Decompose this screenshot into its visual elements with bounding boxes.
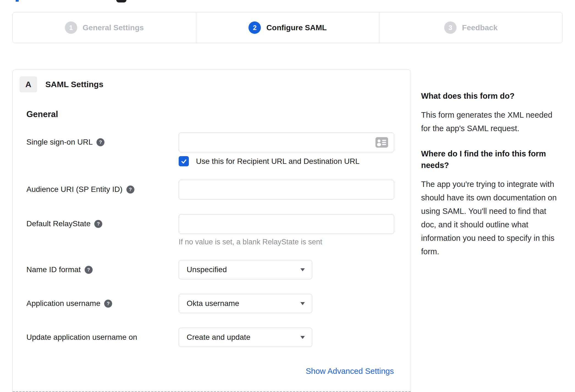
step-general-settings[interactable]: 1 General Settings	[13, 12, 196, 43]
help-icon[interactable]: ?	[126, 186, 134, 194]
step-feedback[interactable]: 3 Feedback	[379, 12, 562, 43]
recipient-destination-checkbox-label: Use this for Recipient URL and Destinati…	[196, 157, 360, 166]
saml-settings-panel: A SAML Settings General Single sign-on U…	[12, 70, 411, 392]
cropped-header-artifact-dark	[116, 0, 126, 2]
audience-uri-input[interactable]	[179, 180, 394, 200]
help-icon[interactable]: ?	[85, 266, 93, 274]
sidebar-body-where: The app you're trying to integrate with …	[421, 178, 563, 258]
panel-title: SAML Settings	[45, 80, 103, 89]
general-section-title: General	[26, 109, 411, 119]
advanced-settings-row: Show Advanced Settings	[13, 367, 411, 376]
audience-uri-label: Audience URI (SP Entity ID) ?	[26, 180, 179, 200]
default-relaystate-label: Default RelayState ?	[26, 214, 179, 246]
step-label: Feedback	[462, 23, 497, 32]
help-icon[interactable]: ?	[94, 220, 102, 228]
saml-general-form: Single sign-on URL ?	[13, 132, 411, 347]
cropped-header-artifact-blue	[16, 0, 19, 2]
section-a-badge: A	[20, 76, 37, 92]
show-advanced-settings-link[interactable]: Show Advanced Settings	[306, 367, 394, 376]
step-label: Configure SAML	[266, 23, 327, 32]
recipient-destination-checkbox[interactable]	[179, 156, 189, 166]
name-id-format-label: Name ID format ?	[26, 260, 179, 279]
help-icon[interactable]: ?	[104, 300, 112, 308]
contact-card-icon	[375, 137, 388, 148]
help-icon[interactable]: ?	[96, 138, 104, 146]
chevron-down-icon	[300, 268, 305, 271]
step-label: General Settings	[83, 23, 144, 32]
row-update-application-username: Update application username on Create an…	[13, 328, 411, 347]
single-sign-on-url-label: Single sign-on URL ?	[26, 132, 179, 166]
row-application-username: Application username ? Okta username	[13, 294, 411, 313]
sidebar-heading-what: What does this form do?	[421, 90, 563, 102]
default-relaystate-input[interactable]	[179, 214, 394, 234]
wizard-stepper: 1 General Settings 2 Configure SAML 3 Fe…	[12, 12, 563, 43]
update-application-username-select[interactable]: Create and update	[179, 328, 312, 347]
panel-header: A SAML Settings	[20, 76, 411, 92]
row-default-relaystate: Default RelayState ? If no value is set,…	[13, 214, 411, 246]
application-username-select[interactable]: Okta username	[179, 294, 312, 313]
step-number-badge: 2	[248, 21, 261, 34]
row-name-id-format: Name ID format ? Unspecified	[13, 260, 411, 279]
step-configure-saml[interactable]: 2 Configure SAML	[196, 12, 379, 43]
chevron-down-icon	[300, 336, 305, 339]
chevron-down-icon	[300, 302, 305, 305]
single-sign-on-url-input[interactable]	[179, 132, 394, 152]
application-username-label: Application username ?	[26, 294, 179, 313]
row-single-sign-on-url: Single sign-on URL ?	[13, 132, 411, 166]
name-id-format-select[interactable]: Unspecified	[179, 260, 312, 279]
help-sidebar: What does this form do? This form genera…	[421, 90, 563, 271]
sidebar-heading-where: Where do I find the info this form needs…	[421, 148, 563, 171]
update-application-username-label: Update application username on	[26, 328, 179, 347]
checkmark-icon	[181, 158, 187, 165]
row-audience-uri: Audience URI (SP Entity ID) ?	[13, 180, 411, 200]
relaystate-hint: If no value is set, a blank RelayState i…	[179, 238, 411, 246]
step-number-badge: 3	[444, 21, 457, 34]
sidebar-body-what: This form generates the XML needed for t…	[421, 108, 563, 135]
step-number-badge: 1	[65, 21, 77, 34]
